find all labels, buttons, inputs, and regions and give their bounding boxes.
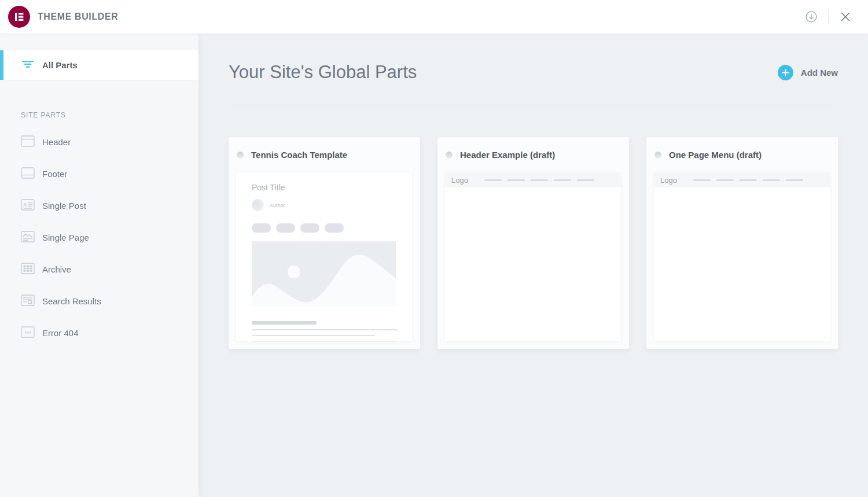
error-404-glyph: 404 (24, 330, 31, 334)
preview-header-bar: Logo (445, 172, 621, 187)
pill-placeholder (325, 223, 344, 233)
instance-indicator-icon (446, 152, 453, 159)
download-icon[interactable] (803, 8, 820, 25)
sidebar-item-label: Archive (42, 264, 71, 274)
avatar (252, 199, 264, 211)
add-new-button[interactable]: Add New (778, 65, 838, 80)
card-title: Tennis Coach Template (251, 150, 347, 160)
sidebar-item-footer[interactable]: Footer (0, 158, 198, 190)
card-title: One Page Menu (draft) (669, 150, 762, 160)
template-cards: Tennis Coach Template Post Title Author (229, 137, 838, 349)
app-title: THEME BUILDER (38, 12, 118, 22)
instance-indicator-icon (654, 152, 661, 159)
preview-menu-placeholder (693, 179, 803, 181)
main-header: Your Site's Global Parts Add New (229, 58, 838, 86)
single-post-letter: A (23, 201, 27, 207)
sidebar: All Parts SITE PARTS Header Footer (0, 34, 198, 497)
menu-item-placeholder (693, 179, 711, 181)
template-card-header-example[interactable]: Header Example (draft) Logo (437, 137, 629, 349)
plus-icon (778, 65, 793, 80)
site-parts-list: Header Footer A Single Post (0, 126, 198, 349)
menu-item-placeholder (716, 179, 734, 181)
pill-placeholder (252, 223, 271, 233)
template-card-one-page-menu[interactable]: One Page Menu (draft) Logo (646, 137, 838, 349)
pill-placeholder (276, 223, 295, 233)
footer-icon (21, 167, 35, 181)
menu-item-placeholder (554, 179, 571, 181)
card-preview: Post Title Author (236, 172, 412, 341)
sidebar-item-label: All Parts (42, 60, 78, 70)
sidebar-item-single-page[interactable]: Single Page (0, 222, 198, 253)
pill-placeholder (300, 223, 319, 233)
search-results-icon (21, 294, 35, 308)
preview-menu-placeholder (484, 179, 594, 181)
preview-author-label: Author (270, 203, 285, 208)
preview-tag-pills (252, 223, 398, 233)
menu-item-placeholder (531, 179, 548, 181)
error-404-icon: 404 (21, 326, 35, 340)
text-line-placeholder (252, 341, 398, 341)
all-parts-filter-icon (21, 60, 35, 71)
topbar: THEME BUILDER (0, 0, 868, 34)
card-header: Tennis Coach Template (229, 137, 420, 172)
page-title: Your Site's Global Parts (229, 58, 417, 86)
menu-item-placeholder (763, 179, 780, 181)
sidebar-item-search-results[interactable]: Search Results (0, 285, 198, 317)
instance-indicator-icon (237, 152, 244, 159)
card-header: One Page Menu (draft) (646, 137, 838, 172)
sidebar-item-label: Search Results (42, 296, 101, 306)
preview-post-title: Post Title (252, 183, 398, 192)
topbar-divider (828, 9, 829, 24)
text-line-placeholder (252, 335, 375, 336)
sidebar-item-label: Footer (42, 169, 67, 179)
menu-item-placeholder (577, 179, 594, 181)
sidebar-item-all-parts[interactable]: All Parts (0, 50, 198, 80)
header-icon (21, 135, 35, 149)
single-post-icon: A (21, 199, 35, 213)
preview-header-bar: Logo (654, 172, 830, 187)
sidebar-item-error-404[interactable]: 404 Error 404 (0, 317, 198, 349)
preview-logo-label: Logo (451, 176, 468, 185)
card-preview: Logo (654, 172, 830, 341)
image-placeholder (252, 241, 396, 307)
sidebar-item-label: Header (42, 137, 71, 147)
card-header: Header Example (draft) (437, 137, 629, 172)
main-content: Your Site's Global Parts Add New Tennis … (198, 0, 868, 349)
menu-item-placeholder (786, 179, 803, 181)
text-line-placeholder (252, 329, 398, 330)
topbar-actions (803, 8, 868, 25)
site-parts-section-label: SITE PARTS (0, 111, 198, 119)
preview-logo-label: Logo (660, 176, 677, 185)
card-preview: Logo (445, 172, 621, 341)
menu-item-placeholder (484, 179, 502, 181)
add-new-label: Add New (801, 68, 838, 78)
card-title: Header Example (draft) (460, 150, 555, 160)
close-icon[interactable] (837, 8, 854, 25)
text-line-placeholder (252, 321, 317, 325)
sidebar-item-archive[interactable]: Archive (0, 253, 198, 285)
menu-item-placeholder (507, 179, 525, 181)
sidebar-item-label: Single Post (42, 201, 86, 211)
single-page-icon (21, 231, 35, 245)
sidebar-item-single-post[interactable]: A Single Post (0, 190, 198, 222)
sidebar-item-label: Single Page (42, 233, 89, 242)
sidebar-item-header[interactable]: Header (0, 126, 198, 158)
elementor-logo-icon (8, 6, 30, 28)
menu-item-placeholder (740, 179, 757, 181)
template-card-tennis-coach[interactable]: Tennis Coach Template Post Title Author (229, 137, 420, 349)
preview-author-row: Author (252, 199, 398, 211)
sidebar-item-label: Error 404 (42, 328, 79, 338)
archive-icon (21, 263, 35, 277)
header-divider (229, 105, 838, 105)
